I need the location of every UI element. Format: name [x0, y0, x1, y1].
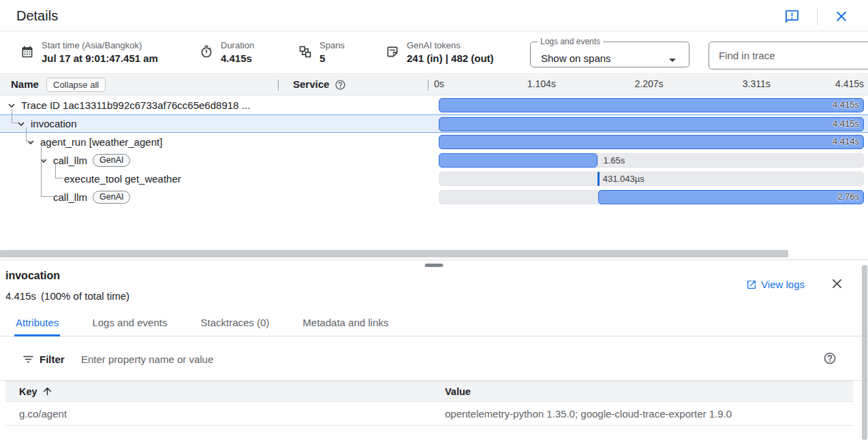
stat-value: Jul 17 at 9:01:47.451 am	[42, 52, 158, 64]
span-name: call_llm	[53, 155, 87, 166]
timeline-axis: 0s 1.104s 2.207s 3.311s 4.415s	[434, 78, 864, 92]
open-in-new-icon	[746, 279, 757, 290]
span-name: Trace ID 1ac13311b992c6733af76cc65e6d891…	[21, 99, 250, 111]
span-duration-label: 1.65s	[603, 153, 625, 168]
span-bar[interactable]	[598, 172, 600, 186]
chevron-down-icon[interactable]	[15, 118, 27, 130]
logs-events-selected-value: Show on spans	[541, 52, 611, 64]
chevron-down-icon[interactable]	[37, 155, 50, 167]
span-tree: Trace ID 1ac13311b992c6733af76cc65e6d891…	[0, 96, 868, 208]
service-help-icon[interactable]	[335, 79, 346, 91]
span-bar[interactable]: 2.76s	[598, 190, 864, 204]
span-bar[interactable]: 4.415s	[439, 117, 864, 131]
panel-close-icon[interactable]	[830, 277, 844, 291]
timeline-track	[439, 172, 864, 186]
view-logs-label: View logs	[761, 279, 805, 290]
tab-metadata-and-links[interactable]: Metadata and links	[301, 311, 390, 336]
find-in-trace-input[interactable]	[709, 42, 868, 69]
axis-tick: 2.207s	[634, 78, 663, 89]
column-divider[interactable]	[278, 80, 279, 91]
column-header-value: Value	[445, 386, 471, 397]
span-row-call-llm-1[interactable]: call_llm GenAI 1.65s	[0, 151, 868, 170]
filter-input[interactable]	[81, 349, 694, 368]
genai-badge: GenAI	[93, 191, 130, 204]
stat-value: 241 (in) | 482 (out)	[407, 52, 494, 64]
span-name: invocation	[31, 118, 77, 129]
dropdown-arrow-icon	[664, 52, 681, 68]
span-name: agent_run [weather_agent]	[40, 136, 162, 148]
attributes-table-header: Key Value	[5, 381, 853, 402]
feedback-icon[interactable]	[784, 9, 800, 25]
chevron-down-icon[interactable]	[25, 136, 37, 148]
span-duration-label: 4.414s	[833, 136, 859, 148]
spans-icon	[298, 45, 312, 64]
collapse-all-button[interactable]: Collapse all	[46, 78, 106, 92]
axis-tick: 1.104s	[527, 78, 556, 89]
column-divider[interactable]	[428, 80, 429, 91]
horizontal-scrollbar[interactable]	[0, 250, 788, 257]
stat-value: 5	[320, 52, 345, 64]
span-row-call-llm-2[interactable]: call_llm GenAI 2.76s	[0, 188, 868, 206]
column-header-key[interactable]: Key	[5, 386, 445, 397]
genai-tokens-icon	[386, 45, 399, 64]
column-header-name: Name	[11, 78, 39, 90]
stat-spans: Spans 5	[298, 40, 345, 64]
filter-help-icon[interactable]	[823, 351, 837, 365]
header-divider	[817, 7, 818, 25]
attribute-value: opentelemetry-python 1.35.0; google-clou…	[445, 408, 732, 420]
logs-events-dropdown[interactable]: Logs and events Show on spans	[530, 37, 689, 67]
trace-summary-toolbar: Start time (Asia/Bangkok) Jul 17 at 9:01…	[0, 31, 868, 74]
key-header-label: Key	[19, 386, 37, 397]
filter-icon	[22, 353, 35, 366]
span-duration-label: 431.043µs	[603, 172, 645, 186]
timer-icon	[200, 45, 213, 64]
filter-label: Filter	[40, 353, 65, 365]
span-duration-label: 4.415s	[833, 118, 859, 130]
stat-label: Start time (Asia/Bangkok)	[42, 40, 158, 50]
span-row-trace-id[interactable]: Trace ID 1ac13311b992c6733af76cc65e6d891…	[0, 96, 868, 114]
trace-details-view: Details Start time (Asia/Bangkok) Jul 17…	[0, 0, 868, 440]
stat-label: Duration	[221, 40, 254, 50]
span-bar[interactable]: 4.414s	[439, 135, 864, 149]
attribute-row: g.co/agent opentelemetry-python 1.35.0; …	[5, 402, 853, 426]
stat-value: 4.415s	[221, 52, 254, 64]
trace-table-header: Name Collapse all Service 0s 1.104s 2.20…	[0, 75, 868, 95]
calendar-icon	[20, 45, 34, 64]
span-row-invocation[interactable]: invocation 4.415s	[0, 114, 868, 133]
span-bar[interactable]	[439, 153, 598, 168]
view-logs-link[interactable]: View logs	[746, 279, 805, 290]
panel-title: invocation	[5, 270, 60, 282]
tab-attributes[interactable]: Attributes	[14, 311, 60, 336]
span-duration-label: 4.415s	[833, 99, 859, 111]
logs-events-legend: Logs and events	[538, 37, 603, 46]
span-name: execute_tool get_weather	[64, 173, 181, 185]
tab-logs-and-events[interactable]: Logs and events	[91, 311, 168, 336]
panel-duration-note: (100% of total time)	[41, 290, 129, 302]
attributes-filter-bar: Filter	[0, 337, 868, 381]
panel-resize-handle[interactable]	[425, 264, 444, 267]
span-row-agent-run[interactable]: agent_run [weather_agent] 4.414s	[0, 133, 868, 151]
stat-label: Spans	[320, 40, 345, 50]
axis-tick: 0s	[434, 78, 444, 89]
close-icon[interactable]	[834, 9, 849, 24]
panel-tabs: Attributes Logs and events Stacktraces (…	[0, 311, 868, 336]
span-name: call_llm	[53, 191, 87, 203]
span-bar[interactable]: 4.415s	[439, 98, 864, 112]
genai-badge: GenAI	[93, 154, 130, 167]
panel-duration: 4.415s	[5, 290, 36, 302]
stat-duration: Duration 4.415s	[200, 40, 254, 64]
vertical-scrollbar[interactable]	[862, 265, 867, 440]
panel-duration-line: 4.415s(100% of total time)	[5, 290, 129, 302]
span-duration-label: 2.76s	[837, 191, 859, 203]
span-row-execute-tool[interactable]: execute_tool get_weather 431.043µs	[0, 170, 868, 188]
details-header: Details	[0, 0, 868, 31]
span-detail-panel: invocation 4.415s(100% of total time) Vi…	[0, 260, 868, 440]
tab-stacktraces[interactable]: Stacktraces (0)	[199, 311, 270, 336]
stat-label: GenAI tokens	[407, 40, 494, 50]
chevron-down-icon[interactable]	[5, 99, 18, 112]
axis-tick: 3.311s	[743, 78, 771, 89]
page-title: Details	[16, 8, 58, 24]
attribute-key: g.co/agent	[5, 408, 445, 420]
axis-tick: 4.415s	[835, 78, 864, 89]
sort-ascending-icon[interactable]	[42, 386, 53, 397]
